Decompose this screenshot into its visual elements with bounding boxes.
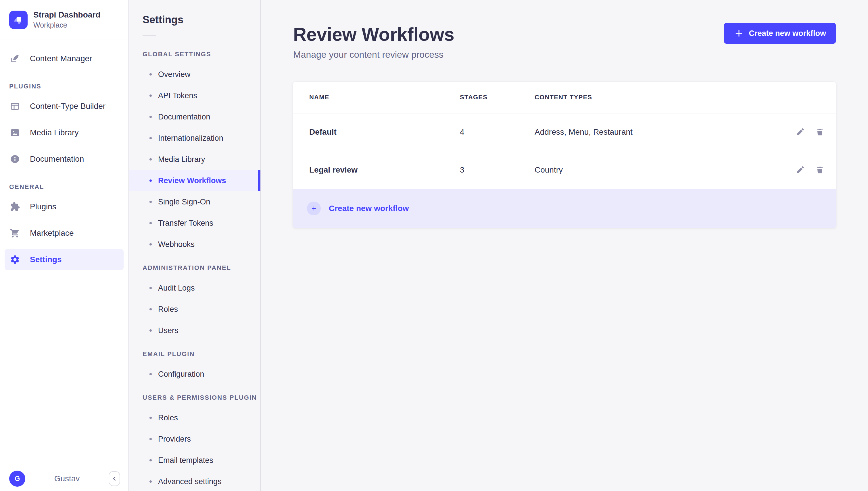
- bullet-icon: [150, 459, 152, 461]
- column-header-name: NAME: [293, 94, 460, 101]
- subnav-item-transfer-tokens[interactable]: Transfer Tokens: [129, 212, 261, 234]
- subnav-item-advanced-settings[interactable]: Advanced settings: [129, 471, 261, 491]
- subnav-section-label: USERS & PERMISSIONS PLUGIN: [129, 394, 261, 401]
- delete-icon: [815, 128, 824, 136]
- sidebar-item-media-library[interactable]: Media Library: [5, 122, 124, 143]
- content-type-builder-icon: [9, 100, 21, 112]
- subnav-item-internationalization[interactable]: Internationalization: [129, 127, 261, 149]
- subnav-item-api-tokens[interactable]: API Tokens: [129, 85, 261, 106]
- subnav-item-email-templates[interactable]: Email templates: [129, 450, 261, 471]
- workflows-table: NAME STAGES CONTENT TYPES Default 4 Addr…: [293, 82, 836, 228]
- bullet-icon: [150, 222, 152, 224]
- nav-section-general: GENERAL: [0, 183, 128, 191]
- sidebar-item-label: Plugins: [30, 202, 56, 211]
- media-library-icon: [9, 127, 21, 138]
- bullet-icon: [150, 287, 152, 289]
- user-name: Gustav: [25, 474, 109, 483]
- subnav-section-global-settings: GLOBAL SETTINGS Overview API Tokens Docu…: [129, 51, 261, 255]
- sidebar-item-settings[interactable]: Settings: [5, 249, 124, 270]
- subnav-item-roles[interactable]: Roles: [129, 299, 261, 320]
- documentation-icon: [9, 153, 21, 165]
- sidebar-item-content-type-builder[interactable]: Content-Type Builder: [5, 96, 124, 117]
- create-new-workflow-button[interactable]: Create new workflow: [724, 23, 836, 44]
- column-header-stages: STAGES: [460, 94, 535, 101]
- subnav-title: Settings: [129, 0, 261, 26]
- workflow-name: Default: [293, 127, 460, 137]
- main-content: Review Workflows Manage your content rev…: [261, 0, 868, 491]
- sidebar-item-documentation[interactable]: Documentation: [5, 149, 124, 169]
- bullet-icon: [150, 243, 152, 246]
- subnav-section-email-plugin: EMAIL PLUGIN Configuration: [129, 350, 261, 385]
- bullet-icon: [150, 94, 152, 97]
- sidebar-item-label: Documentation: [30, 154, 84, 164]
- bullet-icon: [150, 416, 152, 419]
- sidebar-item-label: Media Library: [30, 128, 79, 137]
- workflow-stages: 3: [460, 165, 535, 175]
- table-row-legal-review[interactable]: Legal review 3 Country: [293, 151, 836, 189]
- workspace-header: Strapi Dashboard Workplace: [0, 0, 128, 40]
- plus-icon: [734, 28, 744, 38]
- marketplace-icon: [9, 227, 21, 239]
- workflow-content-types: Country: [535, 165, 767, 175]
- subnav-section-users-permissions-plugin: USERS & PERMISSIONS PLUGIN Roles Provide…: [129, 394, 261, 491]
- subnav-item-configuration[interactable]: Configuration: [129, 364, 261, 385]
- row-actions: [767, 123, 836, 141]
- bullet-icon: [150, 480, 152, 483]
- bullet-icon: [150, 373, 152, 375]
- content-manager-icon: [9, 53, 21, 64]
- subnav-section-label: EMAIL PLUGIN: [129, 350, 261, 358]
- chevron-left-icon: [111, 476, 117, 482]
- edit-icon: [796, 166, 805, 174]
- edit-workflow-button[interactable]: [791, 123, 809, 141]
- sidebar-item-content-manager[interactable]: Content Manager: [5, 48, 124, 69]
- workspace-title: Strapi Dashboard: [33, 10, 100, 20]
- bullet-icon: [150, 116, 152, 118]
- row-actions: [767, 161, 836, 179]
- table-row-default[interactable]: Default 4 Address, Menu, Restaurant: [293, 113, 836, 151]
- subnav-section-label: GLOBAL SETTINGS: [129, 51, 261, 58]
- main-sidebar: Strapi Dashboard Workplace Content Manag…: [0, 0, 129, 491]
- page-subtitle: Manage your content review process: [293, 49, 836, 60]
- sidebar-item-label: Settings: [30, 255, 61, 264]
- edit-workflow-button[interactable]: [791, 161, 809, 179]
- collapse-sidebar-button[interactable]: [109, 471, 120, 486]
- sidebar-item-label: Content-Type Builder: [30, 102, 106, 111]
- bullet-icon: [150, 179, 152, 182]
- footer-create-workflow-label: Create new workflow: [329, 204, 409, 213]
- workflow-name: Legal review: [293, 165, 460, 175]
- strapi-logo-icon: [9, 11, 28, 29]
- bullet-icon: [150, 329, 152, 331]
- sidebar-item-marketplace[interactable]: Marketplace: [5, 223, 124, 243]
- sidebar-item-label: Marketplace: [30, 229, 74, 238]
- settings-icon: [9, 254, 21, 265]
- settings-subnav: Settings GLOBAL SETTINGS Overview API To…: [129, 0, 261, 491]
- edit-icon: [796, 128, 805, 136]
- subnav-item-audit-logs[interactable]: Audit Logs: [129, 278, 261, 299]
- workflow-content-types: Address, Menu, Restaurant: [535, 127, 767, 137]
- delete-icon: [815, 166, 824, 174]
- subnav-item-providers[interactable]: Providers: [129, 428, 261, 450]
- delete-workflow-button[interactable]: [811, 161, 829, 179]
- bullet-icon: [150, 438, 152, 440]
- sidebar-item-label: Content Manager: [30, 54, 92, 63]
- subnav-item-media-library[interactable]: Media Library: [129, 149, 261, 170]
- sidebar-item-plugins[interactable]: Plugins: [5, 196, 124, 217]
- workspace-text: Strapi Dashboard Workplace: [33, 10, 100, 30]
- subnav-item-review-workflows[interactable]: Review Workflows: [129, 170, 261, 191]
- table-footer-create-workflow[interactable]: Create new workflow: [293, 189, 836, 228]
- user-menu[interactable]: G Gustav: [0, 466, 128, 491]
- subnav-item-single-sign-on[interactable]: Single Sign-On: [129, 191, 261, 212]
- bullet-icon: [150, 308, 152, 310]
- bullet-icon: [150, 137, 152, 139]
- delete-workflow-button[interactable]: [811, 123, 829, 141]
- subnav-section-label: ADMINISTRATION PANEL: [129, 264, 261, 271]
- subnav-item-webhooks[interactable]: Webhooks: [129, 234, 261, 255]
- strapi-app: Strapi Dashboard Workplace Content Manag…: [0, 0, 868, 491]
- subnav-item-overview[interactable]: Overview: [129, 64, 261, 85]
- table-header-row: NAME STAGES CONTENT TYPES: [293, 82, 836, 113]
- subnav-item-users[interactable]: Users: [129, 320, 261, 341]
- workspace-subtitle: Workplace: [33, 20, 100, 30]
- subnav-item-up-roles[interactable]: Roles: [129, 407, 261, 428]
- subnav-item-documentation[interactable]: Documentation: [129, 106, 261, 127]
- plugins-icon: [9, 201, 21, 212]
